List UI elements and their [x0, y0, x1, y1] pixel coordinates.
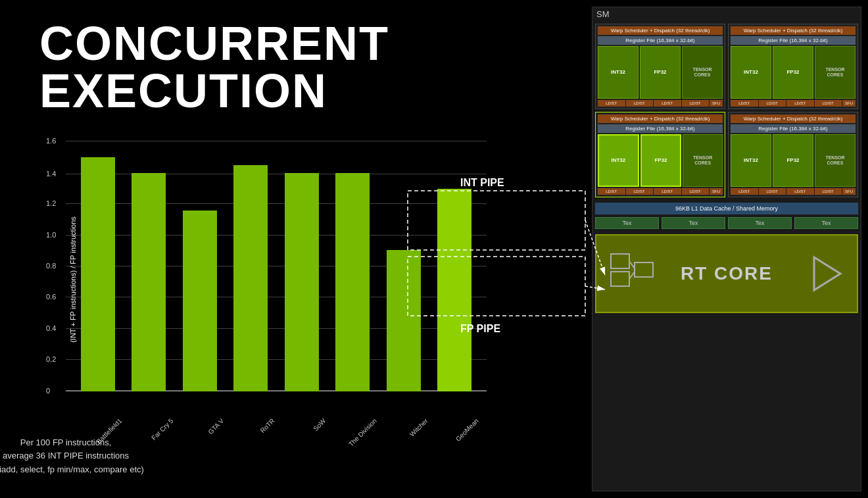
bar-rotr — [233, 165, 268, 391]
grid-label-0: 0 — [46, 387, 50, 395]
rt-core-label: RT CORE — [681, 263, 773, 284]
fp32-unit-bl: FP32 — [640, 134, 682, 187]
ldst3-tl: LD/ST — [654, 100, 681, 107]
bars-container: Battlefield1 Far Cry 5 GTA V — [66, 141, 487, 391]
sm-label: SM — [592, 7, 861, 21]
grid-label-04: 0.4 — [46, 324, 56, 332]
tensor-cores-tl: TENSORCORES — [682, 46, 723, 99]
tex-unit-4: Tex — [794, 217, 858, 229]
ldst-row-tl: LD/ST LD/ST LD/ST LD/ST SFU — [598, 100, 723, 107]
ldst1-br: LD/ST — [731, 188, 758, 195]
ldst-row-br: LD/ST LD/ST LD/ST LD/ST SFU — [731, 188, 856, 195]
sm-cell-top-left: Warp Scheduler + Dispatch (32 thread/clk… — [595, 24, 725, 109]
bar-group-thedivision: The Division — [333, 141, 372, 391]
sm-cell-bottom-right: Warp Scheduler + Dispatch (32 thread/clk… — [728, 112, 858, 197]
bar-sow — [285, 173, 319, 391]
tex-unit-3: Tex — [728, 217, 792, 229]
ldst2-tr: LD/ST — [759, 100, 786, 107]
bar-label-gtav: GTA V — [206, 417, 225, 436]
tensor-cores-bl: TENSORCORES — [683, 134, 723, 187]
grid-label-14: 1.4 — [46, 170, 56, 178]
ldst3-bl: LD/ST — [654, 188, 681, 195]
warp-scheduler-bl: Warp Scheduler + Dispatch (32 thread/clk… — [598, 114, 723, 123]
grid-label-06: 0.6 — [46, 293, 56, 301]
ldst2-tl: LD/ST — [626, 100, 654, 107]
svg-line-3 — [629, 261, 635, 268]
tex-unit-2: Tex — [662, 217, 725, 229]
ldst1-tr: LD/ST — [731, 100, 758, 107]
ldst2-br: LD/ST — [759, 188, 786, 195]
int32-unit-bl: INT32 — [598, 134, 639, 187]
int32-unit-tr: INT32 — [731, 46, 771, 99]
grid-label-02: 0.2 — [46, 355, 56, 363]
exec-units-tr: INT32 FP32 TENSORCORES — [731, 46, 856, 99]
bar-gtav — [183, 211, 217, 391]
warp-scheduler-tr: Warp Scheduler + Dispatch (32 thread/clk… — [731, 26, 856, 35]
sm-diagram: SM Warp Scheduler + Dispatch (32 thread/… — [592, 7, 861, 491]
ldst4-br: LD/ST — [815, 188, 842, 195]
sfu-tr: SFU — [842, 100, 856, 107]
bar-group-farcry5: Far Cry 5 — [129, 141, 168, 391]
svg-rect-2 — [635, 262, 653, 277]
bar-label-thedivision: The Division — [347, 417, 378, 448]
ldst-row-bl: LD/ST LD/ST LD/ST LD/ST SFU — [598, 188, 723, 195]
bar-group-battlefield1: Battlefield1 — [78, 141, 118, 391]
tex-unit-1: Tex — [595, 217, 659, 229]
sm-cell-bottom-left: Warp Scheduler + Dispatch (32 thread/clk… — [595, 112, 725, 197]
bar-group-witcher: Witcher — [384, 141, 423, 391]
svg-marker-5 — [814, 257, 840, 290]
bar-geomean — [437, 189, 471, 391]
sm-grid: Warp Scheduler + Dispatch (32 thread/clk… — [592, 21, 861, 200]
svg-rect-1 — [611, 272, 629, 286]
rt-core-svg — [610, 251, 662, 297]
l1-cache: 96KB L1 Data Cache / Shared Memory — [595, 203, 858, 214]
bar-label-geomean: GeoMean — [454, 417, 480, 443]
bar-group-sow: SoW — [282, 141, 322, 391]
ldst3-br: LD/ST — [786, 188, 814, 195]
int32-unit-tl: INT32 — [598, 46, 639, 99]
bar-battlefield1 — [81, 157, 115, 391]
rt-core-triangle — [808, 254, 847, 293]
register-file-bl: Register File (16,384 x 32-bit) — [598, 124, 723, 133]
grid-label-12: 1.2 — [46, 199, 56, 207]
bar-group-geomean: GeoMean — [435, 141, 474, 391]
fp32-unit-tl: FP32 — [640, 46, 681, 99]
bar-group-gtav: GTA V — [180, 141, 220, 391]
rt-core: RT CORE — [595, 234, 858, 313]
warp-scheduler-tl: Warp Scheduler + Dispatch (32 thread/clk… — [598, 26, 723, 35]
exec-units-bl: INT32 FP32 TENSORCORES — [598, 134, 723, 187]
rt-core-shapes — [610, 251, 662, 297]
ldst4-tr: LD/ST — [815, 100, 842, 107]
fp32-unit-br: FP32 — [773, 134, 813, 187]
grid-label-08: 0.8 — [46, 262, 56, 270]
chart-area: 1.6 1.4 1.2 1.0 0.8 0.6 0.4 0.2 0 Battle… — [66, 128, 487, 391]
bar-label-sow: SoW — [312, 417, 327, 432]
exec-units-br: INT32 FP32 TENSORCORES — [731, 134, 856, 187]
ldst2-bl: LD/ST — [626, 188, 654, 195]
grid-label-10: 1.0 — [46, 231, 56, 239]
ldst4-tl: LD/ST — [682, 100, 710, 107]
register-file-br: Register File (16,384 x 32-bit) — [731, 124, 856, 133]
warp-scheduler-br: Warp Scheduler + Dispatch (32 thread/clk… — [731, 114, 856, 123]
ldst3-tr: LD/ST — [786, 100, 814, 107]
chart-container: (INT + FP instructions) / FP instruction… — [39, 128, 487, 431]
sm-cell-top-right: Warp Scheduler + Dispatch (32 thread/clk… — [728, 24, 858, 109]
tensor-cores-br: TENSORCORES — [815, 134, 856, 187]
sfu-bl: SFU — [710, 188, 723, 195]
register-file-tr: Register File (16,384 x 32-bit) — [731, 36, 856, 45]
grid-label-16: 1.6 — [46, 137, 56, 145]
int32-unit-br: INT32 — [731, 134, 771, 187]
chart-caption: Per 100 FP instructions, average 36 INT … — [0, 436, 276, 477]
register-file-tl: Register File (16,384 x 32-bit) — [598, 36, 723, 45]
bar-group-rotr: RoTR — [231, 141, 270, 391]
sfu-br: SFU — [842, 188, 856, 195]
tensor-cores-tr: TENSORCORES — [815, 46, 856, 99]
bar-thedivision — [335, 173, 370, 391]
svg-line-4 — [629, 272, 635, 279]
ldst1-bl: LD/ST — [598, 188, 625, 195]
ldst4-bl: LD/ST — [682, 188, 710, 195]
fp32-unit-tr: FP32 — [773, 46, 813, 99]
exec-units-tl: INT32 FP32 TENSORCORES — [598, 46, 723, 99]
bar-label-witcher: Witcher — [408, 417, 429, 438]
sfu-tl: SFU — [710, 100, 723, 107]
